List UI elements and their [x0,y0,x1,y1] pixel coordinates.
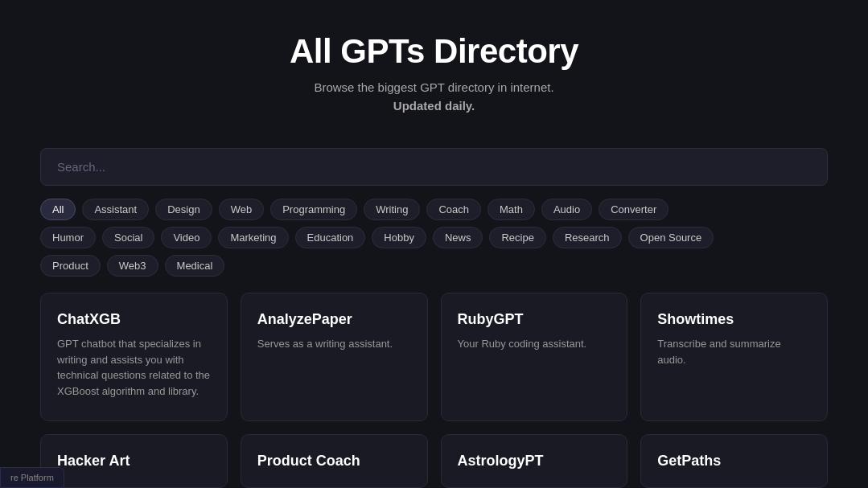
gpt-card[interactable]: RubyGPTYour Ruby coding assistant. [441,293,628,421]
gpt-card-bottom[interactable]: AstrologyPT [441,434,628,488]
filter-tag[interactable]: Coach [426,199,481,220]
filter-tag[interactable]: Assistant [82,199,149,220]
card-title: AstrologyPT [458,453,611,470]
filter-tag[interactable]: Medical [165,255,225,277]
filter-tag[interactable]: Web [219,199,265,220]
gpt-card-bottom[interactable]: GetPaths [640,434,828,488]
card-title: Hacker Art [57,453,211,470]
filter-tag[interactable]: Research [553,227,622,248]
filters-section: AllAssistantDesignWebProgrammingWritingC… [40,199,828,277]
card-description: GPT chatbot that specializes in writing … [57,336,211,399]
page-container: All GPTs Directory Browse the biggest GP… [0,0,868,488]
filter-row-2: HumorSocialVideoMarketingEducationHobbyN… [40,227,828,248]
card-title: Product Coach [257,453,411,470]
card-title: AnalyzePaper [257,311,411,328]
gpt-card[interactable]: AnalyzePaperServes as a writing assistan… [241,293,428,421]
filter-tag[interactable]: Programming [270,199,357,220]
filter-tag[interactable]: Open Source [628,227,714,248]
filter-tag[interactable]: Writing [364,199,420,220]
filter-tag[interactable]: Social [102,227,154,248]
card-description: Transcribe and summarize audio. [657,336,811,367]
filter-tag[interactable]: Recipe [489,227,545,248]
filter-tag[interactable]: News [433,227,483,248]
card-title: GetPaths [657,453,811,470]
filter-tag[interactable]: Education [295,227,366,248]
filter-tag[interactable]: Audio [541,199,592,220]
header-section: All GPTs Directory Browse the biggest GP… [40,0,828,129]
filter-tag[interactable]: Math [487,199,535,220]
filter-row-3: ProductWeb3Medical [40,255,828,277]
filter-tag[interactable]: Design [155,199,212,220]
filter-tag[interactable]: Video [161,227,212,248]
filter-tag[interactable]: Humor [40,227,96,248]
platform-badge: re Platform [0,467,64,488]
bottom-cards-grid: Hacker ArtProduct CoachAstrologyPTGetPat… [40,434,828,488]
gpt-card[interactable]: ShowtimesTranscribe and summarize audio. [640,293,828,421]
filter-tag[interactable]: Marketing [218,227,288,248]
filter-tag[interactable]: Web3 [107,255,158,277]
filter-tag[interactable]: Converter [599,199,668,220]
search-input[interactable] [40,148,828,186]
page-title: All GPTs Directory [40,32,828,71]
subtitle: Browse the biggest GPT directory in inte… [40,80,828,94]
card-title: ChatXGB [57,311,211,328]
card-title: Showtimes [657,311,811,328]
updated-text: Updated daily. [40,99,828,113]
cards-grid: ChatXGBGPT chatbot that specializes in w… [40,293,828,421]
gpt-card[interactable]: ChatXGBGPT chatbot that specializes in w… [40,293,228,421]
card-title: RubyGPT [458,311,611,328]
filter-tag[interactable]: Product [40,255,101,277]
gpt-card-bottom[interactable]: Hacker Art [40,434,228,488]
filter-tag[interactable]: Hobby [372,227,426,248]
filter-tag[interactable]: All [40,199,76,220]
search-section [40,148,828,186]
card-description: Serves as a writing assistant. [257,336,411,352]
card-description: Your Ruby coding assistant. [458,336,611,352]
filter-row-1: AllAssistantDesignWebProgrammingWritingC… [40,199,828,220]
gpt-card-bottom[interactable]: Product Coach [241,434,428,488]
